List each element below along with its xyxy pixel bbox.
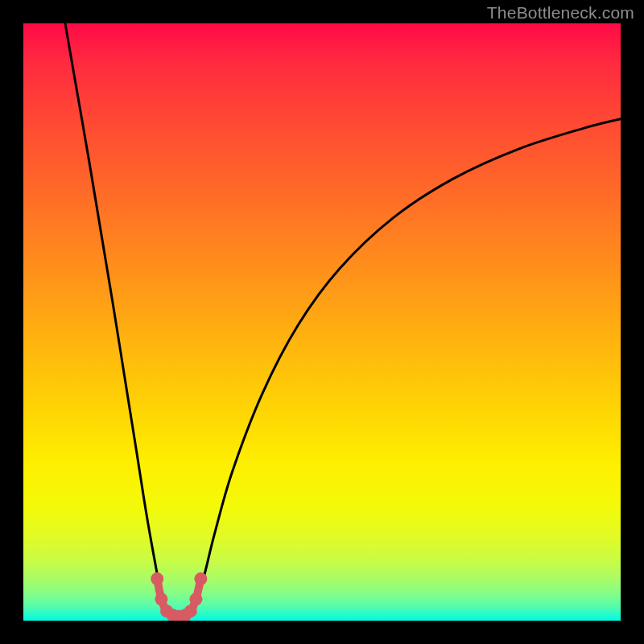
- marker-point: [189, 592, 202, 605]
- chart-frame: TheBottleneck.com: [0, 0, 644, 644]
- marker-point: [194, 572, 207, 585]
- curve-right-branch: [188, 119, 621, 609]
- watermark-text: TheBottleneck.com: [487, 3, 634, 23]
- marker-point: [184, 605, 197, 617]
- curve-layer: [23, 23, 621, 621]
- marker-point: [151, 572, 163, 585]
- plot-area: [23, 23, 621, 621]
- marker-point: [155, 592, 167, 605]
- curve-left-branch: [65, 23, 170, 609]
